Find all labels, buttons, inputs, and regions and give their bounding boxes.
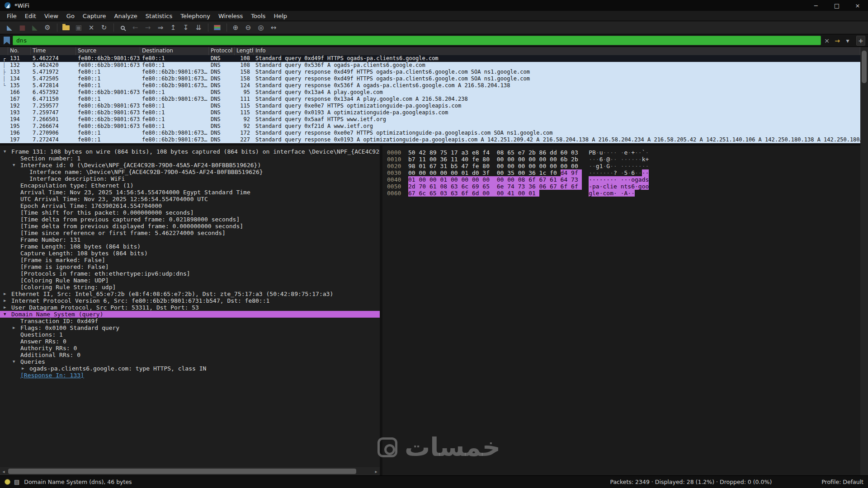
hex-row[interactable]: 0020 98 01 67 31 b5 47 fe 80 00 00 00 00… [387, 163, 860, 169]
packet-row[interactable]: 1977.272474fe80::1fe80::6b2b:9801:673…DN… [0, 136, 860, 143]
detail-line[interactable]: Frame Number: 131 [0, 236, 380, 243]
zoom-in-button[interactable]: ⊕ [230, 22, 241, 33]
menu-file[interactable]: File [3, 11, 21, 21]
detail-line[interactable]: [Coloring Rule String: udp] [0, 284, 380, 291]
expand-icon[interactable]: ▶ [13, 324, 20, 331]
detail-line[interactable]: UTC Arrival Time: Nov 23, 2025 12:56:54.… [0, 196, 380, 202]
expand-icon[interactable]: ▶ [4, 304, 11, 311]
detail-line[interactable]: ▼Interface id: 0 (\Device\NPF_{ACE4C92B-… [0, 162, 380, 169]
scroll-right-arrow[interactable]: ▸ [373, 469, 380, 474]
start-capture-button[interactable]: ◣ [4, 22, 15, 33]
detail-line[interactable]: Epoch Arrival Time: 1763902614.554704000 [0, 202, 380, 209]
menu-tools[interactable]: Tools [247, 11, 269, 21]
hex-row[interactable]: 0050 2d 70 61 08 63 6c 69 65 6e 74 73 36… [387, 183, 860, 190]
find-packet-button[interactable] [117, 22, 128, 33]
collapse-icon[interactable]: ▼ [4, 311, 11, 318]
menu-edit[interactable]: Edit [21, 11, 40, 21]
zoom-original-button[interactable]: ◎ [255, 22, 267, 33]
colorize-button[interactable] [211, 22, 223, 33]
auto-scroll-button[interactable]: ⇊ [193, 22, 204, 33]
detail-line[interactable]: Answer RRs: 0 [0, 338, 380, 345]
detail-line[interactable]: Frame Length: 108 bytes (864 bits) [0, 243, 380, 250]
resize-columns-button[interactable]: ↔ [268, 22, 279, 33]
detail-line[interactable]: Encapsulation type: Ethernet (1) [0, 182, 380, 189]
packet-row[interactable]: 1957.266674fe80::6b2b:9801:673…fe80::1DN… [0, 123, 860, 130]
detail-line[interactable]: [Frame is ignored: False] [0, 263, 380, 270]
save-file-button[interactable]: ▣ [73, 22, 85, 33]
capture-options-button[interactable]: ⚙ [42, 22, 53, 33]
detail-line[interactable]: Capture Length: 108 bytes (864 bits) [0, 250, 380, 257]
detail-line[interactable]: Authority RRs: 0 [0, 345, 380, 352]
detail-line[interactable]: [Time since reference or first frame: 5.… [0, 230, 380, 236]
column-header-info[interactable]: Info [254, 47, 860, 55]
reload-file-button[interactable]: ↻ [98, 22, 110, 33]
packet-row[interactable]: ┌1315.462274fe80::6b2b:9801:673…fe80::1D… [0, 55, 860, 62]
display-filter-input[interactable] [13, 36, 821, 45]
detail-line[interactable]: ▶Flags: 0x0100 Standard query [0, 324, 380, 331]
column-header-time[interactable]: Time [31, 47, 76, 55]
packet-row[interactable]: 1937.259747fe80::6b2b:9801:673…fe80::1DN… [0, 109, 860, 116]
column-header-no[interactable]: No. [8, 47, 31, 55]
detail-line[interactable]: ▼Frame 131: 108 bytes on wire (864 bits)… [0, 148, 380, 155]
column-header-length[interactable]: Length [235, 47, 254, 55]
packet-row[interactable]: 1947.266501fe80::6b2b:9801:673…fe80::1DN… [0, 116, 860, 123]
vertical-scrollbar-thumb[interactable] [862, 51, 867, 83]
expand-icon[interactable]: ▶ [4, 291, 11, 297]
detail-line[interactable]: [Frame is marked: False] [0, 257, 380, 263]
close-button[interactable]: × [847, 0, 868, 11]
menu-telephony[interactable]: Telephony [176, 11, 214, 21]
detail-line[interactable]: [Response In: 133] [0, 372, 380, 379]
zoom-out-button[interactable]: ⊖ [242, 22, 254, 33]
go-forward-button[interactable]: → [142, 22, 154, 33]
horizontal-scrollbar[interactable]: ◂ ▸ [0, 467, 380, 475]
detail-line[interactable]: ▼Domain Name System (query) [0, 311, 380, 318]
collapse-icon[interactable]: ▼ [13, 162, 20, 169]
hex-row[interactable]: 0000 50 42 89 75 17 a3 e8 f4 08 65 e7 2b… [387, 149, 860, 156]
vertical-scrollbar[interactable] [860, 47, 868, 475]
close-file-button[interactable]: × [85, 22, 97, 33]
packet-row[interactable]: 1676.471150fe80::1fe80::6b2b:9801:673…DN… [0, 96, 860, 103]
menu-go[interactable]: Go [62, 11, 79, 21]
detail-line[interactable]: Interface description: WiFi [0, 175, 380, 182]
go-to-packet-button[interactable]: ⇒ [155, 22, 166, 33]
detail-line[interactable]: Transaction ID: 0xd49f [0, 318, 380, 324]
clear-filter-button[interactable]: × [822, 36, 831, 46]
capture-comment-icon[interactable]: ▤ [14, 479, 19, 485]
column-header-source[interactable]: Source [76, 47, 140, 55]
detail-line[interactable]: ▶User Datagram Protocol, Src Port: 53311… [0, 304, 380, 311]
go-last-button[interactable]: ↧ [180, 22, 192, 33]
menu-help[interactable]: Help [269, 11, 291, 21]
expert-info-icon[interactable] [5, 479, 10, 485]
packet-row[interactable]: ├1335.471972fe80::1fe80::6b2b:9801:673…D… [0, 69, 860, 75]
detail-line[interactable]: Arrival Time: Nov 23, 2025 14:56:54.5547… [0, 189, 380, 196]
packet-row[interactable]: │1325.462420fe80::6b2b:9801:673…fe80::1D… [0, 62, 860, 69]
detail-line[interactable]: ▼Queries [0, 358, 380, 365]
menu-statistics[interactable]: Statistics [142, 11, 176, 21]
hex-row[interactable]: 0010 b7 11 00 36 11 40 fe 80 00 00 00 00… [387, 156, 860, 163]
go-back-button[interactable]: ← [129, 22, 141, 33]
minimize-button[interactable]: − [806, 0, 826, 11]
column-header-protocol[interactable]: Protocol [209, 47, 235, 55]
menu-capture[interactable]: Capture [79, 11, 110, 21]
packet-row[interactable]: └1355.472814fe80::1fe80::6b2b:9801:673…D… [0, 82, 860, 89]
detail-line[interactable]: [Time shift for this packet: 0.000000000… [0, 209, 380, 216]
detail-line[interactable]: [Time delta from previous captured frame… [0, 216, 380, 223]
column-header-destination[interactable]: Destination [140, 47, 209, 55]
detail-line[interactable]: Section number: 1 [0, 155, 380, 162]
hex-row[interactable]: 0060 67 6c 65 03 63 6f 6d 00 00 41 00 01… [387, 190, 860, 197]
hex-row[interactable]: 0040 01 00 00 01 00 00 00 00 00 00 08 6f… [387, 176, 860, 183]
go-first-button[interactable]: ↥ [167, 22, 179, 33]
detail-line[interactable]: [Protocols in frame: eth:ethertype:ipv6:… [0, 270, 380, 277]
collapse-icon[interactable]: ▼ [13, 358, 20, 365]
restart-capture-button[interactable]: ◣ [29, 22, 41, 33]
packet-row[interactable]: │1345.472505fe80::1fe80::6b2b:9801:673…D… [0, 75, 860, 82]
hex-row[interactable]: 0030 00 00 00 00 00 01 d0 3f 00 35 00 36… [387, 169, 860, 176]
menu-view[interactable]: View [40, 11, 62, 21]
filter-bookmark-icon[interactable] [4, 37, 10, 45]
scroll-left-arrow[interactable]: ◂ [0, 469, 7, 474]
horizontal-scrollbar-thumb[interactable] [8, 469, 356, 474]
expand-icon[interactable]: ▶ [4, 297, 11, 304]
detail-line[interactable]: Questions: 1 [0, 331, 380, 338]
horizontal-scrollbar-track[interactable] [7, 467, 373, 475]
detail-line[interactable]: Interface name: \Device\NPF_{ACE4C92B-79… [0, 169, 380, 175]
